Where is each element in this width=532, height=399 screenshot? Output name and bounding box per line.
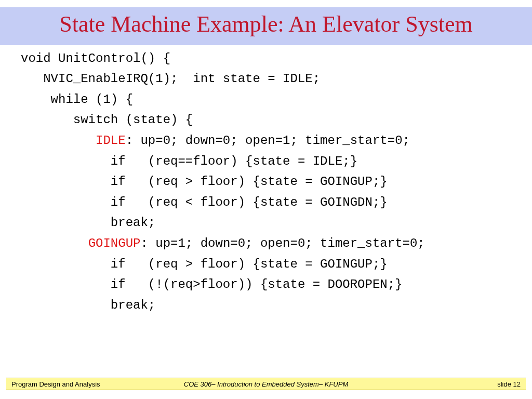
code-line: : up=0; down=0; open=1; timer_start=0; xyxy=(126,134,410,148)
code-line: : up=1; down=0; open=0; timer_start=0; xyxy=(140,236,424,250)
code-line: break; xyxy=(21,216,155,230)
footer-center: COE 306– Introduction to Embedded System… xyxy=(184,380,349,388)
code-indent xyxy=(21,236,88,250)
code-line: if (req==floor) {state = IDLE;} xyxy=(21,154,357,168)
code-line: break; xyxy=(21,298,155,312)
code-line: while (1) { xyxy=(21,92,133,107)
footer-left: Program Design and Analysis xyxy=(11,380,100,388)
code-block: void UnitControl() { NVIC_EnableIRQ(1); … xyxy=(0,45,532,316)
footer: Program Design and Analysis COE 306– Int… xyxy=(6,378,526,390)
state-keyword-goingup: GOINGUP xyxy=(88,236,141,250)
code-line: switch (state) { xyxy=(21,113,193,127)
title-bar: State Machine Example: An Elevator Syste… xyxy=(0,7,532,45)
state-keyword-idle: IDLE xyxy=(96,134,126,148)
code-line: NVIC_EnableIRQ(1); int state = IDLE; xyxy=(21,72,320,86)
code-line: void UnitControl() { xyxy=(21,51,170,65)
slide-title: State Machine Example: An Elevator Syste… xyxy=(0,11,532,38)
code-line: if (req > floor) {state = GOINGUP;} xyxy=(21,175,388,189)
code-line: if (req > floor) {state = GOINGUP;} xyxy=(21,257,388,271)
footer-right: slide 12 xyxy=(497,380,521,388)
code-indent xyxy=(21,134,96,148)
code-line: if (req < floor) {state = GOINGDN;} xyxy=(21,195,388,209)
code-line: if (!(req>floor)) {state = DOOROPEN;} xyxy=(21,277,403,291)
